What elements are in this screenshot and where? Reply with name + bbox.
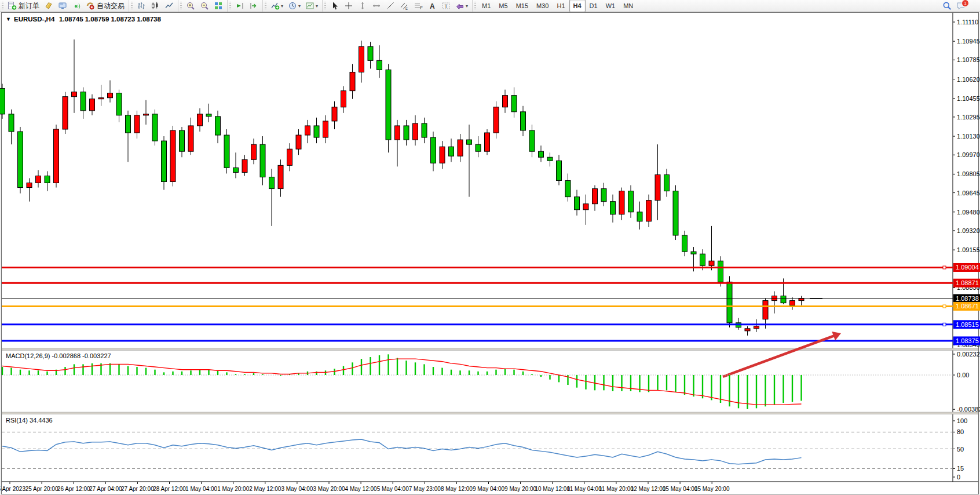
autotrading-button[interactable]: 自动交易 [83, 0, 127, 12]
fibonacci-button[interactable]: F [411, 0, 425, 12]
support-line-1-handle[interactable] [943, 323, 946, 326]
candle-body [188, 126, 193, 151]
chevron-down-icon: ▾ [298, 3, 301, 9]
autotrading-button-label: 自动交易 [97, 1, 125, 11]
candle-body [557, 161, 562, 180]
line-chart-button[interactable] [162, 0, 176, 12]
templates-button[interactable]: ▾ [303, 0, 320, 12]
signals-button[interactable] [70, 0, 83, 12]
candle-body [108, 93, 113, 98]
tile-windows-button[interactable] [211, 0, 225, 12]
collapse-ohlc-icon[interactable]: ▼ [6, 16, 11, 22]
timeframe-m30[interactable]: M30 [532, 0, 553, 12]
candle-body [90, 99, 95, 111]
timeframe-m5[interactable]: M5 [495, 0, 511, 12]
candlestick-chart-icon [151, 1, 160, 10]
time-axis-label: 26 Apr 12:00 [57, 486, 90, 492]
time-axis-label: 25 Apr 2023 [0, 486, 25, 492]
candle-body [431, 137, 436, 163]
crosshair-button[interactable] [342, 0, 356, 12]
candle-body [242, 159, 247, 172]
svg-text:T: T [445, 3, 448, 9]
tile-windows-icon [214, 1, 223, 10]
candlestick-chart-button[interactable] [148, 0, 162, 12]
pane-splitter-1[interactable] [2, 348, 978, 351]
bar-chart-button[interactable] [134, 0, 148, 12]
text-button[interactable]: A [425, 0, 439, 12]
indicators-button[interactable]: ▾ [268, 0, 286, 12]
timeframe-h1[interactable]: H1 [553, 0, 569, 12]
price-tick-label: 1.09320 [957, 227, 980, 234]
chart-window-frame [2, 13, 979, 494]
candle-body [467, 140, 472, 144]
time-axis-label: 11 May 04:00 [567, 486, 602, 492]
price-tick-label: 1.09155 [957, 246, 980, 253]
timeframe-h4[interactable]: H4 [569, 0, 586, 12]
equidistant-channel-icon: E [400, 1, 409, 10]
candle-body [72, 92, 77, 97]
candle-body [170, 130, 175, 181]
pane-splitter-2[interactable] [2, 412, 978, 414]
candle-body [63, 97, 68, 129]
candle-body [449, 147, 454, 156]
timeframe-w1-label: W1 [606, 2, 616, 9]
cursor-button[interactable] [328, 0, 342, 12]
candle-body [9, 114, 14, 132]
candle-body [718, 261, 723, 282]
arrows-icon [455, 1, 465, 10]
candle-body [637, 212, 642, 221]
vertical-line-button[interactable] [356, 0, 370, 12]
candle-body [278, 165, 283, 188]
time-axis-label: 15 May 04:00 [663, 486, 698, 492]
chat-button[interactable]: 1 [954, 0, 975, 12]
horizontal-line-icon [372, 1, 381, 10]
timeframe-m15[interactable]: M15 [512, 0, 532, 12]
pivot-line-handle[interactable] [943, 305, 946, 308]
price-tick-label: 1.10455 [957, 95, 980, 102]
toolbar-group-1 [129, 0, 178, 12]
candle-body [476, 144, 481, 151]
candle-body [575, 197, 580, 210]
metaeditor-button[interactable] [42, 0, 56, 12]
candle-body [134, 115, 140, 133]
price-tick-label: 1.09645 [957, 190, 980, 196]
time-axis-label: 4 May 12:00 [345, 486, 377, 492]
timeframe-d1[interactable]: D1 [586, 0, 602, 12]
candle-body [395, 126, 400, 140]
price-tick-label: 1.10295 [957, 114, 980, 121]
equidistant-channel-button[interactable]: E [397, 0, 411, 12]
rsi-axis-label: 80 [957, 428, 964, 435]
new-order-button[interactable]: 新订单 [5, 0, 42, 12]
search-button[interactable] [940, 0, 954, 12]
candle-body [691, 252, 696, 254]
svg-text:F: F [420, 5, 423, 10]
trendline-button[interactable] [383, 0, 397, 12]
candle-body [116, 93, 122, 115]
periods-button[interactable]: ▾ [286, 0, 303, 12]
candle-body [206, 114, 211, 117]
arrows-button[interactable]: ▾ [453, 0, 470, 12]
candle-body [98, 98, 104, 99]
zoom-out-button[interactable] [198, 0, 211, 12]
horizontal-line-button[interactable] [370, 0, 383, 12]
resistance-line-1-handle[interactable] [943, 266, 946, 269]
market-watch-button[interactable] [56, 0, 70, 12]
chart-shift-button[interactable] [247, 0, 261, 12]
timeframe-m1[interactable]: M1 [478, 0, 495, 12]
toolbar-grip [180, 2, 182, 10]
timeframe-w1[interactable]: W1 [602, 0, 620, 12]
text-label-button[interactable]: T [439, 0, 453, 12]
toolbar-group-5: EFAT▾ [322, 0, 472, 12]
pivot-line-badge-label: 1.08671 [956, 303, 979, 310]
candle-body [404, 126, 409, 140]
macd-axis-label: 0.002324 [957, 351, 980, 358]
chart-symbol-title: EURUSD-,H4 [14, 16, 55, 23]
time-axis-label: 1 May 20:00 [217, 486, 249, 492]
candle-body [547, 157, 553, 161]
candle-body [45, 176, 50, 183]
timeframe-mn[interactable]: MN [619, 0, 637, 12]
toolbar-group-6: M1M5M15M30H1H4D1W1MN [472, 0, 639, 12]
zoom-in-button[interactable] [184, 0, 198, 12]
auto-scroll-button[interactable] [233, 0, 247, 12]
time-axis-label: 7 May 23:00 [409, 486, 441, 492]
